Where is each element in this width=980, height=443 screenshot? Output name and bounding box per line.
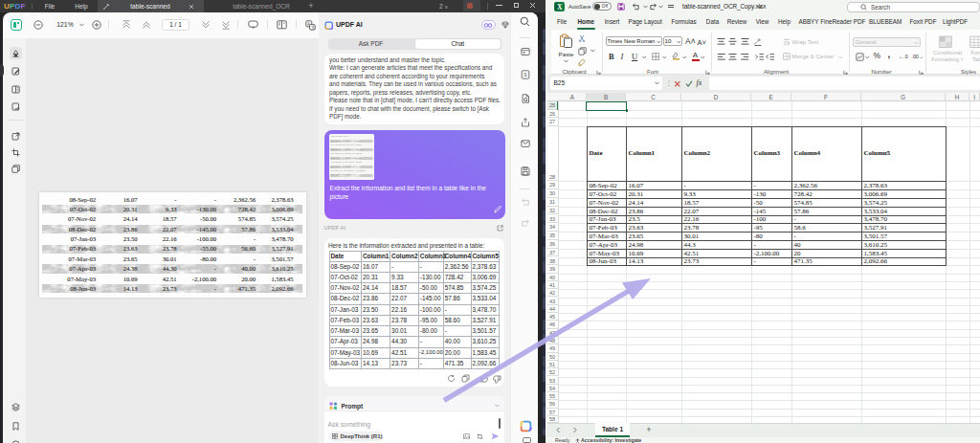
svg-text:文: 文 xyxy=(311,25,315,30)
svg-text:S: S xyxy=(523,72,527,78)
